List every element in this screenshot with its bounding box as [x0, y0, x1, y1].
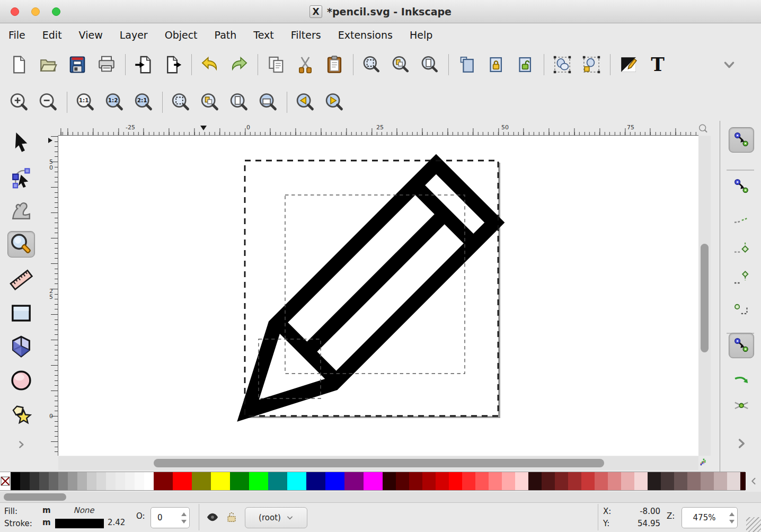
- zoom-spinbox[interactable]: 475%: [682, 507, 738, 528]
- paste-button[interactable]: [323, 53, 346, 76]
- palette-swatch[interactable]: [449, 472, 462, 490]
- fill-value[interactable]: None: [63, 506, 105, 515]
- clone-button[interactable]: [484, 53, 508, 76]
- toolbox-tweak-button[interactable]: [7, 197, 35, 224]
- palette-swatch[interactable]: [144, 472, 154, 490]
- export-button[interactable]: [161, 53, 184, 76]
- copy-button[interactable]: [264, 53, 288, 76]
- palette-swatch[interactable]: [595, 472, 608, 490]
- snap-bbox-edges-button[interactable]: [729, 207, 754, 233]
- undo-button[interactable]: [198, 53, 222, 76]
- zoom-page-button[interactable]: [227, 91, 251, 114]
- palette-swatch[interactable]: [648, 472, 661, 490]
- zoom-1-1-button[interactable]: 1:1: [74, 91, 97, 114]
- ungroup-button[interactable]: [580, 53, 603, 76]
- snap-bbox-edge-midpoints-button[interactable]: [729, 266, 754, 291]
- toolbox-ellipse-button[interactable]: [7, 367, 35, 394]
- palette-swatch[interactable]: [462, 472, 475, 490]
- zoom-previous-button[interactable]: [294, 91, 317, 114]
- menu-item-text[interactable]: Text: [245, 29, 282, 41]
- palette-swatch[interactable]: [542, 472, 555, 490]
- toolbox-box3d-button[interactable]: [7, 333, 35, 360]
- save-button[interactable]: [66, 53, 89, 76]
- spin-up-icon[interactable]: [729, 512, 735, 516]
- redo-button[interactable]: [227, 53, 251, 76]
- palette-swatch[interactable]: [621, 472, 634, 490]
- zoom-page-button[interactable]: [418, 53, 441, 76]
- palette-swatch[interactable]: [87, 472, 96, 490]
- palette-swatch[interactable]: [11, 472, 20, 490]
- palette-swatch[interactable]: [106, 472, 116, 490]
- zoom-drawing-button[interactable]: [389, 53, 412, 76]
- snap-bbox-corners-button[interactable]: [729, 236, 754, 262]
- snap-enable-button[interactable]: [729, 127, 754, 153]
- palette-swatch[interactable]: [396, 472, 409, 490]
- palette-scrollbar[interactable]: [0, 492, 761, 502]
- palette-swatch[interactable]: [581, 472, 595, 490]
- opacity-value[interactable]: 0: [151, 513, 179, 522]
- duplicate-button[interactable]: [455, 53, 479, 76]
- palette-swatch[interactable]: [49, 472, 58, 490]
- toolbox-measure-button[interactable]: [7, 267, 35, 293]
- import-button[interactable]: [132, 53, 155, 76]
- snap-bounding-box-button[interactable]: [729, 174, 754, 199]
- horizontal-scrollbar[interactable]: [58, 456, 698, 470]
- menu-item-filters[interactable]: Filters: [282, 29, 330, 41]
- palette-swatch[interactable]: [409, 472, 422, 490]
- palette-swatch[interactable]: [58, 472, 68, 490]
- menu-item-view[interactable]: View: [70, 29, 111, 41]
- spin-down-icon[interactable]: [181, 520, 187, 524]
- snap-to-paths-button[interactable]: [729, 369, 754, 394]
- palette-swatch[interactable]: [661, 472, 674, 490]
- palette-swatch[interactable]: [634, 472, 648, 490]
- menu-item-layer[interactable]: Layer: [111, 29, 156, 41]
- palette-swatch[interactable]: [249, 472, 268, 490]
- palette-swatch[interactable]: [436, 472, 449, 490]
- layer-lock-icon[interactable]: [225, 510, 238, 524]
- palette-swatch[interactable]: [192, 472, 211, 490]
- vertical-ruler[interactable]: 5 02 50: [47, 136, 58, 456]
- zoom-selection-button[interactable]: [169, 91, 192, 114]
- palette-swatch[interactable]: [287, 472, 306, 490]
- zoom-2-1-button[interactable]: 2:1: [132, 91, 155, 114]
- palette-swatch[interactable]: [383, 472, 396, 490]
- zoom-next-button[interactable]: [323, 91, 346, 114]
- zoom-out-button[interactable]: [37, 91, 60, 114]
- palette-swatch[interactable]: [701, 472, 714, 490]
- layer-visibility-icon[interactable]: [206, 510, 219, 524]
- spin-up-icon[interactable]: [181, 512, 187, 516]
- palette-swatch[interactable]: [39, 472, 49, 490]
- zoom-width-button[interactable]: [256, 91, 280, 114]
- palette-swatch-none[interactable]: [0, 472, 11, 490]
- vertical-scrollbar[interactable]: [698, 136, 711, 456]
- commands-overflow-button[interactable]: [718, 53, 741, 76]
- new-document-button[interactable]: [7, 53, 31, 76]
- palette-swatch[interactable]: [555, 472, 568, 490]
- palette-swatch[interactable]: [306, 472, 325, 490]
- palette-swatch[interactable]: [608, 472, 621, 490]
- palette-swatch[interactable]: [364, 472, 383, 490]
- zoom-1-2-button[interactable]: 1:2: [103, 91, 126, 114]
- toolbox-zoom-button[interactable]: [7, 231, 35, 258]
- window-resize-grip[interactable]: [746, 517, 761, 532]
- toolbox-selector-button[interactable]: [7, 129, 35, 156]
- palette-swatch[interactable]: [30, 472, 39, 490]
- palette-swatch[interactable]: [325, 472, 344, 490]
- palette-swatch[interactable]: [96, 472, 106, 490]
- layer-selector-dropdown[interactable]: (root): [245, 507, 307, 528]
- palette-swatch[interactable]: [674, 472, 687, 490]
- unlink-clone-button[interactable]: [514, 53, 537, 76]
- zoom-in-button[interactable]: [7, 91, 31, 114]
- palette-swatch[interactable]: [344, 472, 364, 490]
- palette-swatch[interactable]: [528, 472, 542, 490]
- toolbox-overflow-button[interactable]: [7, 437, 35, 453]
- palette-scroll-left-icon[interactable]: [747, 472, 761, 491]
- color-managed-view-icon[interactable]: [698, 456, 711, 470]
- cut-button[interactable]: [294, 53, 317, 76]
- text-dialog-button[interactable]: T: [646, 53, 669, 76]
- palette-swatch[interactable]: [20, 472, 30, 490]
- vertical-scrollbar-thumb[interactable]: [701, 244, 709, 352]
- palette-swatch[interactable]: [230, 472, 249, 490]
- print-button[interactable]: [95, 53, 118, 76]
- palette-swatch[interactable]: [740, 472, 746, 490]
